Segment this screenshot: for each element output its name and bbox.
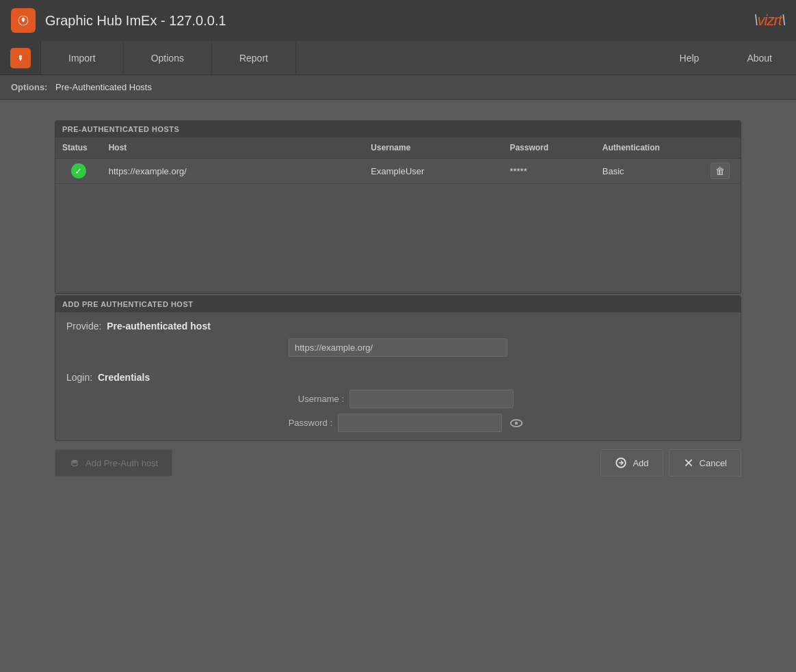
nav-options-label: Options	[151, 53, 184, 64]
hosts-panel: PRE-AUTHENTICATED HOSTS Status Host User…	[55, 120, 741, 294]
title-bar: Graphic Hub ImEx - 127.0.0.1 \vizrt\	[0, 0, 796, 41]
breadcrumb: Options: Pre-Authenticated Hosts	[0, 75, 796, 100]
nav-options[interactable]: Options	[124, 41, 212, 75]
login-static-text: Login:	[66, 372, 92, 383]
row-password: *****	[503, 159, 595, 184]
username-row: Username :	[282, 390, 514, 408]
add-pre-auth-host-button: Add Pre-Auth host	[55, 449, 172, 476]
vizrt-logo: \vizrt\	[754, 12, 785, 29]
username-input[interactable]	[349, 390, 514, 408]
nav-import-label: Import	[68, 53, 96, 64]
add-host-panel-header: ADD PRE AUTHENTICATED HOST	[55, 296, 741, 312]
add-button-label: Add	[633, 458, 648, 468]
col-password: Password	[503, 137, 595, 159]
bottom-bar: Add Pre-Auth host Add Cancel	[55, 441, 741, 476]
svg-point-1	[22, 17, 25, 20]
nav-about[interactable]: About	[723, 41, 796, 75]
provide-bold-text: Pre-authenticated host	[107, 321, 211, 332]
breadcrumb-prefix: Options:	[11, 82, 47, 92]
nav-report-label: Report	[239, 53, 268, 64]
toggle-password-button[interactable]	[507, 414, 525, 432]
nav-logo	[0, 41, 41, 75]
nav-bar: Import Options Report Help About	[0, 41, 796, 75]
hosts-panel-header: PRE-AUTHENTICATED HOSTS	[55, 121, 741, 137]
cancel-button[interactable]: Cancel	[669, 449, 741, 476]
password-label: Password :	[271, 418, 332, 428]
col-host: Host	[102, 137, 364, 159]
username-label: Username :	[282, 394, 344, 404]
svg-point-4	[515, 421, 518, 425]
nav-import[interactable]: Import	[41, 41, 124, 75]
row-host: https://example.org/	[102, 159, 364, 184]
provide-static-text: Provide:	[66, 321, 101, 332]
row-status: ✓	[55, 159, 102, 184]
password-row: Password :	[271, 414, 525, 432]
table-row: ✓ https://example.org/ ExampleUser *****…	[55, 159, 741, 184]
login-label: Login: Credentials	[66, 372, 730, 383]
col-authentication: Authentication	[596, 137, 704, 159]
nav-logo-inner	[10, 48, 31, 68]
add-button[interactable]: Add	[600, 449, 663, 476]
nav-about-label: About	[747, 53, 772, 64]
login-bold-text: Credentials	[98, 372, 150, 383]
col-status: Status	[55, 137, 102, 159]
password-input[interactable]	[338, 414, 502, 432]
host-url-input[interactable]	[289, 338, 507, 357]
credentials-grid: Username : Password :	[66, 390, 730, 432]
col-username: Username	[364, 137, 503, 159]
app-icon	[11, 8, 36, 33]
svg-point-2	[18, 55, 22, 58]
row-actions: 🗑	[704, 159, 741, 184]
add-pre-auth-host-label: Add Pre-Auth host	[85, 458, 158, 468]
main-content: PRE-AUTHENTICATED HOSTS Status Host User…	[0, 100, 796, 672]
breadcrumb-current: Pre-Authenticated Hosts	[55, 82, 152, 92]
row-authentication: Basic	[596, 159, 704, 184]
provide-label: Provide: Pre-authenticated host	[66, 321, 730, 332]
hosts-table: Status Host Username Password Authentica…	[55, 137, 741, 293]
table-empty-space	[55, 184, 741, 293]
nav-help-label: Help	[680, 53, 700, 64]
app-title: Graphic Hub ImEx - 127.0.0.1	[45, 13, 744, 29]
login-section: Login: Credentials Username : Password :	[55, 369, 741, 440]
add-host-panel: ADD PRE AUTHENTICATED HOST Provide: Pre-…	[55, 295, 741, 441]
svg-point-5	[72, 460, 77, 462]
nav-report[interactable]: Report	[212, 41, 296, 75]
delete-host-button[interactable]: 🗑	[711, 163, 730, 179]
host-input-row	[66, 338, 730, 357]
nav-help[interactable]: Help	[656, 41, 724, 75]
status-ok-icon: ✓	[71, 163, 86, 178]
row-username: ExampleUser	[364, 159, 503, 184]
provide-section: Provide: Pre-authenticated host	[55, 312, 741, 369]
cancel-button-label: Cancel	[700, 458, 727, 468]
